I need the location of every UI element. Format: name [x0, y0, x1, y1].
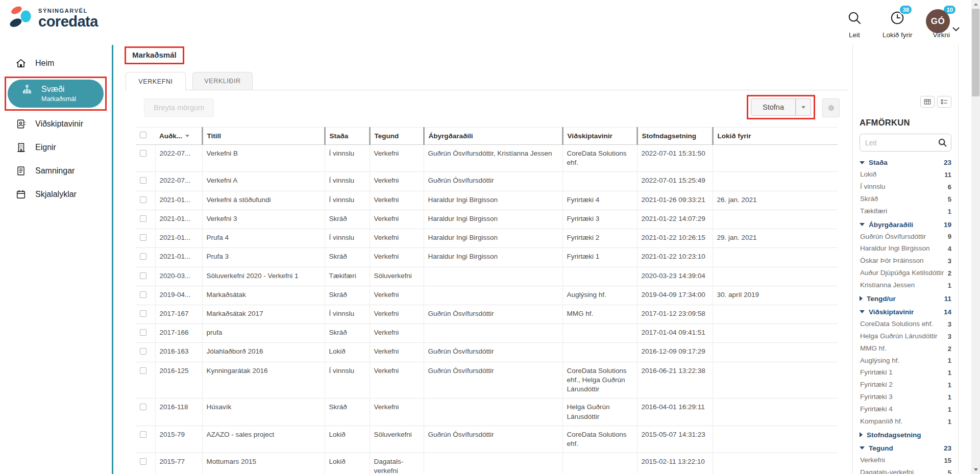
- column-header-1[interactable]: Titill: [202, 128, 325, 145]
- scrollbar-down-button[interactable]: [971, 465, 980, 474]
- table-row[interactable]: 2021-01...Verkefni 3SkráðVerkefniHaraldu…: [136, 210, 838, 229]
- sidebar-item-skjalalyklar[interactable]: Skjalalyklar: [0, 184, 107, 205]
- filter-item-label: Óskar Þór Þráinsson: [860, 257, 927, 265]
- filter-item[interactable]: Lokið11: [860, 169, 951, 181]
- create-button[interactable]: Stofna: [751, 98, 796, 116]
- table-row[interactable]: 2021-01...Prufa 3SkráðVerkefniHaraldur I…: [136, 248, 838, 267]
- cell-customers: Fyrirtæki 2: [562, 229, 637, 248]
- filter-item[interactable]: MMG hf.2: [860, 343, 951, 355]
- filter-section-heading[interactable]: Stofndagsetning: [860, 428, 951, 441]
- column-header-6[interactable]: Stofndagsetning: [637, 128, 713, 145]
- row-select-cell: [136, 248, 155, 267]
- filter-item-count: 3: [948, 257, 951, 265]
- column-header-0[interactable]: Auðk...: [155, 128, 202, 145]
- row-checkbox[interactable]: [140, 215, 146, 222]
- filter-item[interactable]: Fyrirtæki 21: [860, 379, 951, 391]
- table-row[interactable]: 2017-166prufaSkráðVerkefni2017-01-04 09:…: [136, 324, 838, 343]
- column-header-3[interactable]: Tegund: [370, 128, 424, 145]
- row-select-cell: [136, 210, 155, 229]
- filter-section-heading[interactable]: Staða23: [860, 156, 951, 169]
- table-row[interactable]: 2016-125Kynningarátak 2016Í vinnsluVerke…: [136, 362, 838, 398]
- filter-item[interactable]: Auður Djúpúðga Ketilsdóttir2: [860, 267, 951, 280]
- sidebar-item-svaedi[interactable]: SvæðiMarkaðsmál: [8, 80, 104, 108]
- table-row[interactable]: 2021-01...Verkefni á stöðufundiÍ vinnslu…: [136, 191, 838, 210]
- sidebar-item-heim[interactable]: Heim: [0, 53, 107, 73]
- avatar[interactable]: GÓ: [926, 9, 950, 33]
- row-checkbox[interactable]: [140, 177, 146, 184]
- chevron-down-icon[interactable]: [952, 27, 960, 31]
- filter-item[interactable]: Auglýsing hf.1: [860, 355, 951, 367]
- filter-section-label: Ábyrgðaraðili: [869, 221, 913, 229]
- filter-item[interactable]: Fyrirtæki 41: [860, 404, 951, 416]
- cell-title: Verkefni 3: [202, 210, 325, 229]
- row-checkbox[interactable]: [140, 329, 146, 336]
- scrollbar-up-button[interactable]: [971, 0, 980, 9]
- table-row[interactable]: 2016-118HúsavíkSkráðVerkefniHelga Guðrún…: [136, 398, 838, 426]
- column-header-4[interactable]: Ábyrgðaraðili: [424, 128, 562, 145]
- row-checkbox[interactable]: [140, 310, 146, 317]
- row-checkbox[interactable]: [140, 196, 146, 203]
- filter-section-heading[interactable]: Ábyrgðaraðili19: [860, 218, 951, 231]
- filter-item[interactable]: Skráð5: [860, 193, 951, 206]
- filter-item-label: Auglýsing hf.: [860, 357, 902, 365]
- filter-item[interactable]: Fyrirtæki 31: [860, 391, 951, 404]
- row-checkbox[interactable]: [140, 404, 146, 410]
- row-checkbox[interactable]: [140, 431, 146, 438]
- table-row[interactable]: 2020-03...Söluverkefni 2020 - Verkefni 1…: [136, 267, 838, 286]
- row-checkbox[interactable]: [140, 348, 146, 355]
- select-all-checkbox[interactable]: [140, 132, 146, 138]
- filter-item[interactable]: Í vinnslu6: [860, 181, 951, 193]
- search-icon[interactable]: [937, 137, 948, 148]
- filter-section-heading[interactable]: Tengd/ur11: [860, 292, 951, 305]
- cell-customers: CoreData Solutions ehf.: [562, 426, 637, 453]
- filter-item[interactable]: Tækifæri1: [860, 206, 951, 218]
- app-logo[interactable]: SÝNINGARVÉL coredata: [7, 4, 98, 30]
- row-checkbox[interactable]: [140, 150, 146, 157]
- filter-section-heading[interactable]: Tegund23: [860, 441, 951, 455]
- filter-item[interactable]: Óskar Þór Þráinsson3: [860, 255, 951, 267]
- filter-item-count: 1: [948, 381, 951, 389]
- table-row[interactable]: 2021-01...Prufa 4Í vinnsluVerkefniHarald…: [136, 229, 838, 248]
- filter-item[interactable]: Fyrirtæki 11: [860, 367, 951, 379]
- table-row[interactable]: 2022-07...Verkefni AÍ vinnsluVerkefniGuð…: [136, 172, 838, 191]
- view-toggles: [860, 96, 951, 108]
- page-scrollbar[interactable]: [971, 0, 980, 474]
- column-header-7[interactable]: Lokið fyrir: [713, 128, 838, 145]
- tab-0[interactable]: VERKEFNI: [126, 72, 186, 90]
- row-checkbox[interactable]: [140, 458, 146, 465]
- filter-item[interactable]: Verkefni15: [860, 455, 951, 467]
- sidebar-item-eignir[interactable]: Eignir: [0, 137, 107, 158]
- filter-section-heading[interactable]: Viðskiptavinir14: [860, 305, 951, 318]
- filter-item[interactable]: Helga Guðrún Lárusdóttir3: [860, 331, 951, 343]
- row-checkbox[interactable]: [140, 291, 146, 298]
- filter-item[interactable]: CoreData Solutions ehf.3: [860, 318, 951, 331]
- filter-item[interactable]: Kompaníið hf.1: [860, 416, 951, 428]
- row-checkbox[interactable]: [140, 234, 146, 241]
- cell-id: 2016-118: [155, 398, 202, 426]
- filter-item[interactable]: Dagatals-verkefni5: [860, 467, 951, 474]
- table-row[interactable]: 2015-77Mottumars 2015LokiðDagatals-verke…: [136, 453, 838, 474]
- row-checkbox[interactable]: [140, 367, 146, 374]
- list-view-button[interactable]: [937, 96, 951, 108]
- column-header-2[interactable]: Staða: [325, 128, 370, 145]
- table-row[interactable]: 2022-07...Verkefni BÍ vinnsluVerkefniGuð…: [136, 145, 838, 172]
- sidebar-item-vidskiptavinir[interactable]: Viðskiptavinir: [0, 114, 107, 134]
- filter-item[interactable]: Haraldur Ingi Birgisson4: [860, 243, 951, 255]
- table-row[interactable]: 2017-167Markaðsátak 2017Í vinnsluVerkefn…: [136, 305, 838, 323]
- bulk-edit-button[interactable]: Breyta mörgum: [144, 98, 214, 117]
- sidebar-item-samningar[interactable]: Samningar: [0, 161, 107, 181]
- filter-item[interactable]: Kristíanna Jessen1: [860, 280, 951, 292]
- scrollbar-thumb[interactable]: [972, 9, 979, 96]
- filter-item[interactable]: Guðrún Ósvífursdóttir9: [860, 231, 951, 243]
- settings-button[interactable]: [822, 98, 840, 117]
- table-row[interactable]: 2019-04...MarkaðsátakSkráðVerkefniAuglýs…: [136, 286, 838, 305]
- column-header-5[interactable]: Viðskiptavinir: [562, 128, 637, 145]
- tab-1[interactable]: VERKLIÐIR: [192, 72, 253, 90]
- cell-id: 2020-03...: [155, 267, 202, 286]
- grid-view-button[interactable]: [920, 96, 935, 108]
- table-row[interactable]: 2015-79AZAZO - sales projectLokiðSöluver…: [136, 426, 838, 453]
- row-checkbox[interactable]: [140, 272, 146, 279]
- row-checkbox[interactable]: [140, 253, 146, 260]
- table-row[interactable]: 2016-163Jólahlaðborð 2016LokiðVerkefniGu…: [136, 343, 838, 362]
- create-dropdown-button[interactable]: [796, 98, 811, 116]
